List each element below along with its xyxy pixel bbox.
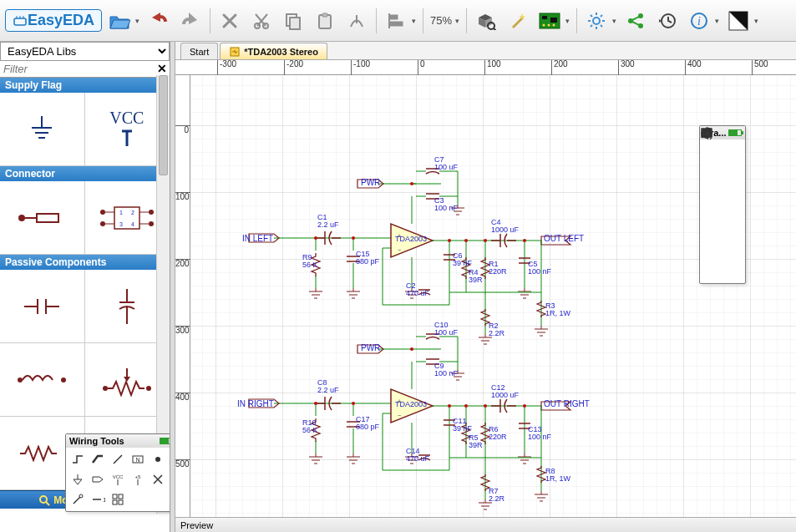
symbol-cap-nonpolar[interactable] — [0, 270, 85, 343]
netport-tool[interactable] — [88, 469, 108, 489]
u2-label: TDA2003 — [395, 401, 427, 408]
align-dropdown-icon[interactable]: ▾ — [412, 17, 416, 25]
tab-start[interactable]: Start — [180, 43, 218, 59]
svg-rect-11 — [389, 22, 403, 26]
wiring-tools-titlebar[interactable]: Wiring Tools — [66, 434, 170, 448]
filter-clear-icon[interactable]: ✕ — [155, 62, 170, 77]
theme-button[interactable] — [724, 7, 753, 35]
wiring-tools-title: Wiring Tools — [69, 436, 124, 446]
schematic-canvas[interactable]: + − — [190, 75, 796, 517]
svg-line-33 — [632, 17, 639, 20]
tab-active[interactable]: *TDA2003 Stereo — [220, 43, 327, 59]
noconnect-tool[interactable] — [148, 469, 168, 489]
theme-dropdown-icon[interactable]: ▾ — [754, 17, 758, 25]
svg-point-80 — [79, 494, 83, 498]
arrow-tool[interactable] — [722, 161, 742, 181]
undo-button[interactable] — [144, 7, 173, 35]
pan-tool[interactable] — [722, 241, 742, 261]
svg-point-154 — [484, 239, 487, 242]
history-button[interactable] — [653, 7, 682, 35]
ruler-tick: 300 — [618, 60, 635, 75]
table-tool[interactable] — [722, 261, 742, 281]
cut-button[interactable] — [247, 7, 276, 35]
svg-point-69 — [61, 377, 66, 383]
svg-rect-86 — [119, 500, 123, 504]
svg-point-232 — [314, 402, 317, 405]
svg-text:−: − — [398, 413, 401, 418]
copy-button[interactable] — [279, 7, 307, 35]
image-tool[interactable] — [702, 241, 722, 261]
settings-button[interactable] — [582, 7, 611, 35]
symbol-inductor[interactable] — [0, 343, 85, 417]
netflag-vcc-tool[interactable]: VCC — [108, 469, 128, 489]
category-header[interactable]: Passive Components — [0, 255, 170, 270]
line-tool[interactable] — [702, 141, 722, 161]
ruler-tick: -200 — [284, 60, 303, 75]
svg-point-51 — [149, 221, 154, 226]
app-logo[interactable]: EasyEDA — [5, 9, 102, 32]
preview-bar[interactable]: Preview — [175, 517, 796, 532]
symbol-gnd[interactable] — [0, 93, 85, 166]
bezier-tool[interactable] — [722, 141, 742, 161]
svg-rect-83 — [113, 494, 117, 499]
info-dropdown-icon[interactable]: ▾ — [715, 17, 719, 25]
cross-probe-button[interactable] — [342, 7, 371, 35]
ellipse-tool[interactable] — [702, 221, 722, 241]
rect-tool[interactable] — [702, 201, 722, 221]
r10-label: R10 56 K — [302, 419, 318, 434]
ruler-tick: 300 — [175, 326, 190, 335]
freehand-tool[interactable] — [722, 181, 742, 201]
c3-label: C3 100 nF — [434, 197, 458, 212]
package-search-button[interactable] — [472, 7, 500, 35]
paste-button[interactable] — [311, 7, 339, 35]
category-header[interactable]: Connector — [0, 166, 170, 181]
open-dropdown-icon[interactable]: ▾ — [135, 17, 139, 25]
library-filter-input[interactable] — [0, 61, 155, 77]
svg-text:N: N — [135, 457, 139, 463]
pcb-dropdown-icon[interactable]: ▾ — [565, 17, 570, 25]
wire-tool[interactable] — [68, 449, 88, 469]
ruler-tick: 500 — [752, 60, 768, 75]
ruler-tick: 0 — [175, 125, 190, 134]
pie-tool[interactable] — [722, 221, 742, 241]
pcb-button[interactable] — [535, 7, 564, 35]
netflag-5v-tool[interactable]: +5 — [128, 469, 148, 489]
netflag-gnd-tool[interactable] — [68, 469, 88, 489]
svg-point-21 — [593, 18, 600, 24]
c15-label: C15 680 pF — [356, 251, 379, 266]
svg-rect-47 — [37, 214, 58, 222]
arc-tool[interactable] — [702, 161, 722, 181]
settings-dropdown-icon[interactable]: ▾ — [612, 17, 616, 25]
svg-point-49 — [100, 221, 105, 226]
junction-tool[interactable] — [148, 449, 168, 469]
share-button[interactable] — [621, 7, 650, 35]
group-tool[interactable] — [108, 489, 128, 509]
category-header[interactable]: Supply Flag — [0, 78, 170, 93]
wizard-button[interactable] — [504, 7, 532, 35]
bus-tool[interactable] — [88, 449, 108, 469]
ruler-tick: -300 — [217, 60, 236, 75]
svg-point-74 — [155, 457, 160, 462]
origin-tool[interactable] — [702, 261, 722, 281]
text-tool[interactable]: T — [702, 181, 722, 201]
symbol-connector-1[interactable] — [0, 181, 85, 255]
svg-point-50 — [149, 210, 154, 215]
library-select[interactable]: EasyEDA Libs — [0, 42, 170, 61]
align-button[interactable] — [382, 7, 410, 35]
probe-tool[interactable] — [68, 489, 88, 509]
scrollbar-thumb[interactable] — [159, 75, 168, 175]
polygon-tool[interactable] — [722, 201, 742, 221]
r4-label: R4 39R — [469, 269, 483, 284]
schematic-icon — [229, 46, 241, 58]
r8-label: R8 1R, 1W — [545, 468, 570, 483]
c12-label: C12 1000 uF — [491, 384, 519, 399]
delete-button[interactable] — [215, 7, 244, 35]
c17-label: C17 680 pF — [356, 416, 379, 431]
zoom-dropdown-icon[interactable]: ▾ — [455, 17, 459, 25]
redo-button[interactable] — [176, 7, 205, 35]
bus-entry-tool[interactable] — [108, 449, 128, 469]
open-folder-button[interactable] — [105, 7, 134, 35]
info-button[interactable]: i — [685, 7, 713, 35]
netlabel-tool[interactable]: N — [128, 449, 148, 469]
pin-tool[interactable]: 1 — [88, 489, 108, 509]
